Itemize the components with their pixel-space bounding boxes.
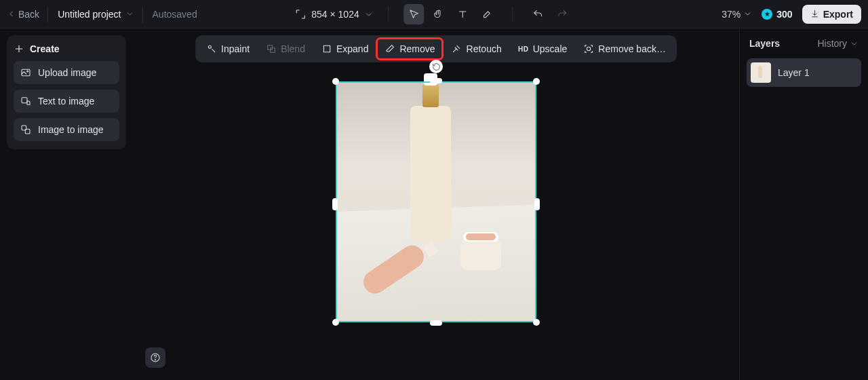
hand-icon: [433, 9, 444, 20]
resize-icon: [295, 9, 306, 20]
blend-label: Blend: [281, 43, 305, 54]
create-heading: Create: [14, 43, 119, 54]
resize-handle-tl[interactable]: [332, 78, 339, 85]
canvas-dimensions[interactable]: 854 × 1024: [295, 9, 373, 20]
remove-bg-label: Remove back…: [598, 43, 666, 54]
hd-icon: HD: [518, 43, 529, 54]
text-to-image-label: Text to image: [38, 96, 94, 107]
create-panel: Create Upload image Text to image Image …: [7, 35, 126, 149]
text-tool[interactable]: [453, 4, 473, 24]
zoom-selector[interactable]: 37%: [722, 9, 752, 20]
history-tab[interactable]: History: [817, 38, 859, 49]
layer-item[interactable]: Layer 1: [747, 58, 861, 87]
project-selector[interactable]: Untitled project: [58, 6, 142, 22]
credit-icon: [762, 9, 772, 20]
redo-button[interactable]: [553, 4, 573, 24]
hand-tool[interactable]: [429, 4, 449, 24]
retouch-action[interactable]: Retouch: [445, 39, 509, 58]
svg-point-16: [155, 360, 155, 360]
export-label: Export: [823, 9, 853, 20]
canvas[interactable]: Inpaint Blend Expand Remove Retouch HD U…: [133, 28, 739, 380]
cursor-icon: [409, 9, 420, 20]
chevron-left-icon: [7, 10, 16, 18]
back-label: Back: [18, 9, 39, 20]
history-tools: [528, 4, 573, 24]
undo-button[interactable]: [528, 4, 549, 24]
main-area: Create Upload image Text to image Image …: [0, 28, 868, 380]
chevron-down-icon: [125, 10, 134, 18]
upscale-action[interactable]: HD Upscale: [511, 39, 574, 58]
image-to-image-icon: [20, 124, 31, 135]
upload-image-icon: [20, 67, 31, 78]
topbar-right: 37% 300 Export: [722, 5, 861, 24]
image-to-image-button[interactable]: Image to image: [14, 118, 119, 141]
expand-action[interactable]: Expand: [315, 39, 375, 58]
credits-balance[interactable]: 300: [762, 9, 792, 20]
layer-label: Layer 1: [778, 67, 810, 78]
inpaint-action[interactable]: Inpaint: [199, 39, 256, 58]
text-icon: [458, 9, 469, 20]
eraser-icon: [384, 43, 395, 54]
blend-action: Blend: [259, 39, 312, 58]
zoom-value: 37%: [722, 9, 741, 20]
svg-point-10: [208, 45, 211, 48]
right-sidebar: Layers History Layer 1: [739, 28, 868, 380]
upload-image-label: Upload image: [38, 67, 96, 78]
expand-label: Expand: [336, 43, 368, 54]
resize-handle-bl[interactable]: [332, 319, 339, 326]
resize-handle-r[interactable]: [534, 198, 540, 210]
svg-point-6: [27, 71, 28, 72]
retouch-label: Retouch: [467, 43, 502, 54]
topbar-center: 854 × 1024: [295, 0, 572, 28]
dimensions-value: 854 × 1024: [311, 9, 359, 20]
redo-icon: [557, 9, 568, 20]
topbar-left: Back Untitled project Autosaved: [7, 6, 197, 22]
layer-thumbnail: [751, 62, 771, 83]
export-button[interactable]: Export: [802, 5, 861, 24]
upload-image-button[interactable]: Upload image: [14, 61, 119, 84]
chevron-down-icon: [850, 39, 859, 48]
divider: [389, 7, 389, 22]
brush-tool[interactable]: [477, 4, 498, 24]
text-to-image-icon: [20, 96, 31, 107]
expand-icon: [321, 43, 332, 54]
rotate-handle[interactable]: [429, 60, 443, 73]
help-icon: [150, 352, 161, 363]
create-title: Create: [30, 43, 60, 54]
svg-rect-11: [268, 45, 273, 50]
brush-icon: [482, 9, 493, 20]
history-tab-label: History: [817, 38, 847, 49]
svg-rect-12: [271, 48, 275, 53]
remove-label: Remove: [399, 43, 435, 54]
layers-tab-label: Layers: [749, 38, 780, 49]
text-to-image-button[interactable]: Text to image: [14, 90, 119, 113]
help-button[interactable]: [145, 347, 165, 368]
resize-handle-b[interactable]: [430, 320, 442, 326]
canvas-tools: [404, 4, 498, 24]
resize-handle-tr[interactable]: [533, 78, 540, 85]
svg-marker-2: [765, 12, 770, 17]
layers-tab[interactable]: Layers: [749, 38, 780, 49]
top-bar: Back Untitled project Autosaved 854 × 10…: [0, 0, 868, 28]
resize-handle-t[interactable]: [430, 78, 442, 83]
back-button[interactable]: Back: [7, 6, 48, 22]
resize-handle-br[interactable]: [533, 319, 540, 326]
remove-bg-icon: [583, 43, 594, 54]
plus-icon: [14, 43, 24, 54]
project-name: Untitled project: [58, 9, 121, 20]
download-icon: [810, 10, 819, 18]
image-actions-bar: Inpaint Blend Expand Remove Retouch HD U…: [195, 35, 677, 62]
cursor-tool[interactable]: [404, 4, 425, 24]
selection-outline: [336, 81, 536, 322]
remove-background-action[interactable]: Remove back…: [576, 39, 673, 58]
retouch-icon: [452, 43, 462, 54]
selected-image[interactable]: [336, 81, 536, 322]
blend-icon: [266, 43, 277, 54]
credits-value: 300: [776, 9, 792, 20]
undo-icon: [533, 9, 544, 20]
resize-handle-l[interactable]: [332, 198, 338, 210]
rotate-icon: [432, 62, 441, 71]
svg-point-14: [587, 47, 591, 50]
remove-action[interactable]: Remove: [378, 39, 441, 58]
svg-rect-7: [22, 98, 27, 103]
